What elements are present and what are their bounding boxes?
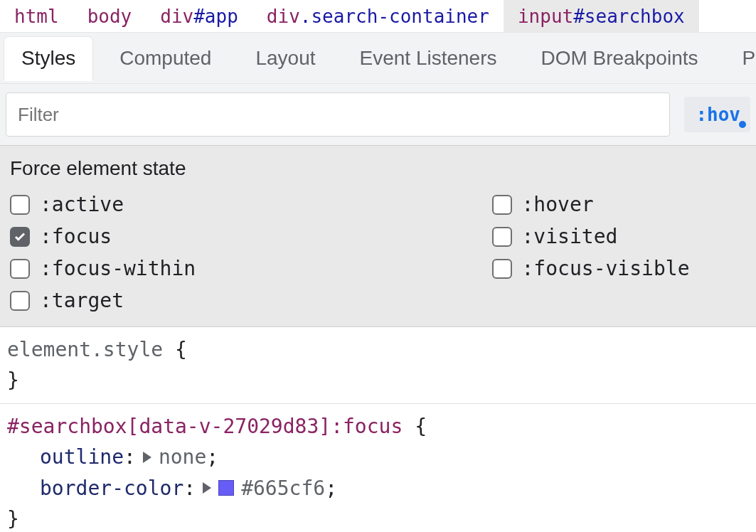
force-state-label: :focus-visible	[522, 257, 690, 280]
css-property: outline	[40, 442, 124, 472]
checkbox-icon	[10, 195, 30, 215]
semicolon: ;	[206, 442, 218, 472]
force-state-label: :active	[40, 193, 124, 216]
force-state-option[interactable]: :focus-visible	[393, 257, 747, 280]
css-declaration[interactable]: outline:none;	[7, 442, 747, 472]
breadcrumb-suffix: #app	[193, 6, 238, 27]
panel-tab[interactable]: DOM Breakpoints	[524, 37, 715, 80]
rule-selector: element.style	[7, 338, 175, 361]
force-element-state-panel: Force element state :active:hover:focus:…	[0, 146, 756, 327]
breadcrumb-node[interactable]: input#searchbox	[504, 0, 699, 32]
force-state-label: :target	[40, 289, 124, 312]
breadcrumb-node[interactable]: div.search-container	[252, 0, 504, 32]
css-rule[interactable]: #searchbox[data-v-27029d83]:focus {outli…	[0, 404, 756, 532]
breadcrumb-suffix: .search-container	[300, 6, 489, 27]
force-state-grid: :active:hover:focus:visited:focus-within…	[10, 193, 746, 312]
checkbox-icon	[492, 227, 512, 247]
force-state-label: :focus	[40, 225, 112, 248]
breadcrumb-tag: div	[160, 6, 193, 27]
force-state-option[interactable]: :active	[10, 193, 364, 216]
brace-open: {	[175, 338, 187, 361]
active-indicator-dot	[739, 121, 746, 128]
color-swatch-icon[interactable]	[218, 480, 234, 496]
rule-selector-line: element.style {	[7, 334, 747, 365]
force-state-label: :focus-within	[40, 257, 196, 280]
breadcrumb-node[interactable]: div#app	[146, 0, 252, 32]
expand-triangle-icon[interactable]	[203, 482, 211, 494]
checkbox-icon	[10, 227, 30, 247]
breadcrumb-tag: html	[14, 6, 59, 27]
styles-filter-row: :hov	[0, 84, 756, 146]
checkbox-icon	[492, 195, 512, 215]
brace-close: }	[7, 504, 747, 532]
brace-open: {	[415, 415, 427, 438]
breadcrumb-node[interactable]: html	[0, 0, 73, 32]
styles-tabstrip: StylesComputedLayoutEvent ListenersDOM B…	[0, 33, 756, 84]
styles-filter-input[interactable]	[6, 92, 670, 137]
force-state-label: :visited	[522, 225, 618, 248]
force-state-option[interactable]: :focus	[10, 225, 364, 248]
colon: :	[124, 442, 139, 472]
panel-tab[interactable]: Pr	[725, 37, 756, 80]
panel-tab[interactable]: Computed	[102, 37, 228, 80]
hov-label: :hov	[696, 104, 740, 125]
css-rule[interactable]: element.style {}	[0, 327, 756, 404]
css-declaration[interactable]: border-color:#665cf6;	[7, 473, 747, 504]
expand-triangle-icon[interactable]	[143, 452, 151, 463]
panel-tab[interactable]: Styles	[4, 37, 92, 80]
css-value: #665cf6	[241, 473, 325, 504]
force-state-option[interactable]: :hover	[393, 193, 747, 216]
semicolon: ;	[325, 473, 337, 504]
dom-breadcrumbs: htmlbodydiv#appdiv.search-containerinput…	[0, 0, 756, 33]
breadcrumb-tag: input	[518, 6, 573, 27]
force-element-state-title: Force element state	[10, 157, 746, 180]
css-value: none	[159, 442, 206, 472]
css-property: border-color	[40, 473, 183, 504]
breadcrumb-node[interactable]: body	[73, 0, 147, 32]
rule-selector: #searchbox[data-v-27029d83]:focus	[7, 415, 415, 438]
breadcrumb-tag: div	[267, 6, 300, 27]
checkbox-icon	[10, 291, 30, 311]
brace-close: }	[7, 365, 747, 395]
force-state-label: :hover	[522, 193, 594, 216]
force-state-option[interactable]: :target	[10, 289, 364, 312]
style-rules-list: element.style {}#searchbox[data-v-27029d…	[0, 327, 756, 532]
checkbox-icon	[10, 259, 30, 279]
force-state-option[interactable]: :visited	[393, 225, 747, 248]
breadcrumb-suffix: #searchbox	[573, 6, 685, 27]
force-state-option[interactable]: :focus-within	[10, 257, 364, 280]
checkbox-icon	[492, 259, 512, 279]
panel-tab[interactable]: Event Listeners	[343, 37, 514, 80]
toggle-force-state-button[interactable]: :hov	[684, 97, 750, 132]
breadcrumb-tag: body	[87, 6, 132, 27]
colon: :	[183, 473, 198, 504]
rule-selector-line: #searchbox[data-v-27029d83]:focus {	[7, 411, 747, 442]
panel-tab[interactable]: Layout	[238, 37, 332, 80]
